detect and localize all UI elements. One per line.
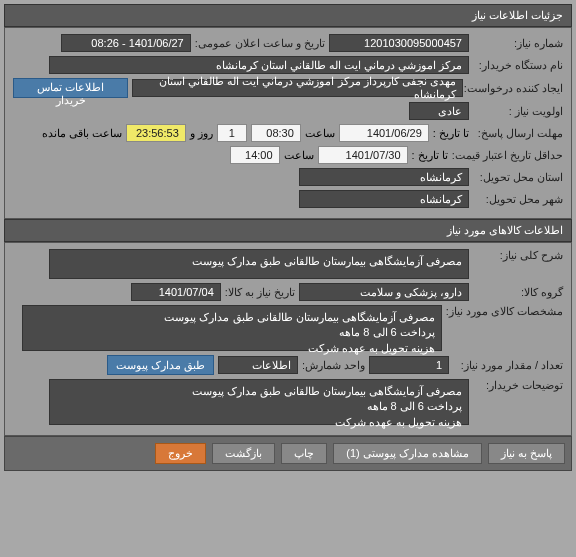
print-button[interactable]: چاپ — [281, 443, 327, 464]
field-city: کرمانشاه — [299, 190, 469, 208]
attach-button[interactable]: طبق مدارک پیوست — [107, 355, 214, 375]
label-goods-spec: مشخصات کالای مورد نیاز: — [446, 305, 563, 318]
exit-button[interactable]: خروج — [155, 443, 206, 464]
label-time-2: ساعت — [284, 149, 314, 162]
field-buyer-org: مرکز اموزشي درماني ايت اله طالقاني استان… — [49, 56, 469, 74]
respond-button[interactable]: پاسخ به نیاز — [488, 443, 565, 464]
field-resp-time: 08:30 — [251, 124, 301, 142]
field-request-creator: مهدی نجفی کارپرداز مرکز اموزشي درماني اي… — [132, 79, 463, 97]
field-goods-need-date: 1401/07/04 — [131, 283, 221, 301]
field-province: کرمانشاه — [299, 168, 469, 186]
field-qty: 1 — [369, 356, 449, 374]
footer-bar: پاسخ به نیاز مشاهده مدارک پیوستی (1) چاپ… — [4, 436, 572, 471]
label-buyer-notes: توضیحات خریدار: — [473, 379, 563, 392]
label-days-and: روز و — [190, 127, 213, 140]
field-public-announce: 1401/06/27 - 08:26 — [61, 34, 191, 52]
label-until-date-2: تا تاریخ : — [412, 149, 448, 162]
label-public-announce: تاریخ و ساعت اعلان عمومی: — [195, 37, 325, 50]
panel-need-info: شماره نیاز: 1201030095000457 تاریخ و ساع… — [4, 27, 572, 219]
field-buyer-notes: مصرفی آزمایشگاهی بیمارستان طالقانی طبق م… — [49, 379, 469, 425]
label-delivery-city: شهر محل تحویل: — [473, 193, 563, 206]
label-unit: واحد شمارش: — [302, 359, 365, 372]
back-button[interactable]: بازگشت — [212, 443, 275, 464]
label-min-validity: حداقل تاریخ اعتبار قیمت: — [452, 149, 563, 162]
label-need-number: شماره نیاز: — [473, 37, 563, 50]
label-until-date: تا تاریخ : — [433, 127, 469, 140]
panel-goods-info: شرح کلی نیاز: مصرفی آزمایشگاهی بیمارستان… — [4, 242, 572, 436]
label-time-1: ساعت — [305, 127, 335, 140]
label-buyer-org: نام دستگاه خریدار: — [473, 59, 563, 72]
label-qty: تعداد / مقدار مورد نیاز: — [453, 359, 563, 372]
label-request-creator: ایجاد کننده درخواست: — [467, 82, 563, 95]
field-countdown: 23:56:53 — [126, 124, 186, 142]
label-goods-group: گروه کالا: — [473, 286, 563, 299]
view-attach-button[interactable]: مشاهده مدارک پیوستی (1) — [333, 443, 482, 464]
field-valid-date: 1401/07/30 — [318, 146, 408, 164]
label-response-deadline: مهلت ارسال پاسخ: — [473, 127, 563, 140]
section-need-info: جزئیات اطلاعات نیاز — [4, 4, 572, 27]
label-general-desc: شرح کلی نیاز: — [473, 249, 563, 262]
field-goods-group: دارو، پزشکی و سلامت — [299, 283, 469, 301]
label-remaining: ساعت باقی مانده — [42, 127, 122, 140]
label-priority: اولویت نیاز : — [473, 105, 563, 118]
label-goods-need-date: تاریخ نیاز به کالا: — [225, 286, 295, 299]
field-days: 1 — [217, 124, 247, 142]
section-goods-info: اطلاعات کالاهای مورد نیاز — [4, 219, 572, 242]
field-unit: اطلاعات — [218, 356, 298, 374]
label-delivery-province: استان محل تحویل: — [473, 171, 563, 184]
field-resp-date: 1401/06/29 — [339, 124, 429, 142]
contact-info-button[interactable]: اطلاعات تماس خریدار — [13, 78, 128, 98]
field-goods-spec: مصرفی آزمایشگاهی بیمارستان طالقانی طبق م… — [22, 305, 442, 351]
field-need-number: 1201030095000457 — [329, 34, 469, 52]
field-general-desc: مصرفی آزمایشگاهی بیمارستان طالقانی طبق م… — [49, 249, 469, 279]
field-valid-time: 14:00 — [230, 146, 280, 164]
field-priority: عادی — [409, 102, 469, 120]
